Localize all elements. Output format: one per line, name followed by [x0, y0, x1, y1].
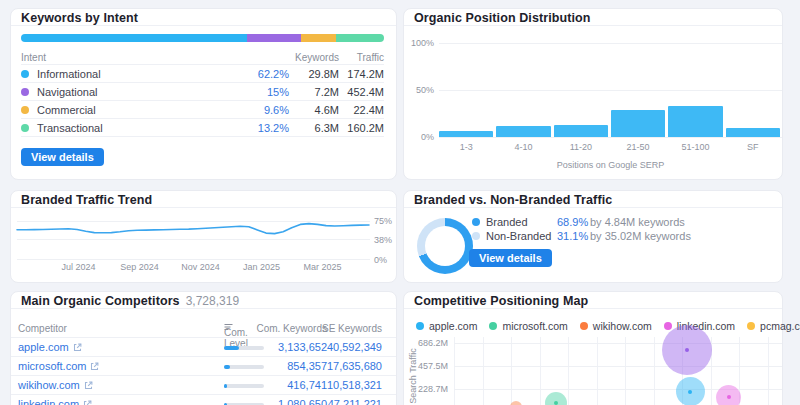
- intent-bar-segment: [301, 34, 336, 42]
- competitor-domain: wikihow.com: [18, 379, 80, 391]
- gridline: [511, 337, 512, 405]
- intent-color-dot: [21, 124, 29, 132]
- intent-row: Transactional13.2%6.3M160.2M: [21, 119, 384, 137]
- y-axis-tick-label: 0%: [408, 132, 434, 142]
- competitor-domain-link[interactable]: wikihow.com: [18, 379, 93, 391]
- common-keywords-link[interactable]: 3,133,652: [278, 341, 327, 353]
- intent-color-dot: [21, 88, 29, 96]
- panel-title: Keywords by Intent: [21, 11, 138, 25]
- competition-level-bar: [224, 365, 264, 369]
- position-bar[interactable]: [554, 125, 608, 136]
- branded-vs-nonbranded-panel: Branded vs. Non-Branded Traffic Branded6…: [403, 190, 783, 283]
- common-keywords-link[interactable]: 854,357: [287, 360, 327, 372]
- se-keywords-link[interactable]: 10,518,321: [327, 379, 382, 391]
- common-keywords-link[interactable]: 1,080,650: [278, 398, 327, 405]
- view-details-button[interactable]: View details: [469, 249, 552, 267]
- competition-level-bar: [224, 346, 264, 350]
- intent-bar-segment: [21, 34, 247, 42]
- legend-color-dot: [472, 232, 480, 240]
- intent-keywords-value: 4.6M: [289, 104, 339, 116]
- x-axis-tick-label: 11-20: [554, 142, 608, 152]
- external-link-icon: [90, 362, 99, 371]
- position-bar[interactable]: [611, 110, 665, 136]
- intent-row: Navigational15%7.2M452.4M: [21, 83, 384, 101]
- branded-donut-chart[interactable]: [417, 218, 473, 274]
- column-header-keywords: Keywords: [289, 52, 339, 63]
- y-axis-tick-label: 100%: [408, 38, 434, 48]
- intent-row: Informational62.2%29.8M174.2M: [21, 65, 384, 83]
- position-bar[interactable]: [726, 128, 780, 136]
- x-axis-tick-label: SF: [726, 142, 780, 152]
- branded-legend-row: Branded68.9%by 4.84M keywords: [472, 215, 685, 229]
- y-axis-tick-label: 457.5M: [406, 361, 448, 371]
- gridline: [568, 337, 569, 405]
- panel-title: Branded Traffic Trend: [21, 193, 152, 207]
- intent-label: Informational: [37, 68, 229, 80]
- se-keywords-link[interactable]: 17,635,680: [327, 360, 382, 372]
- position-distribution-chart: 100%50%0%1-34-1011-2021-5051-100SFPositi…: [404, 9, 782, 179]
- column-header-intent: Intent: [21, 52, 229, 63]
- gridline: [454, 343, 782, 344]
- intent-table-header: Intent Keywords Traffic: [21, 50, 384, 65]
- intent-percent-link[interactable]: 13.2%: [229, 122, 289, 134]
- competitors-total-count: 3,728,319: [186, 294, 239, 308]
- position-bar[interactable]: [439, 131, 493, 137]
- gridline: [625, 337, 626, 405]
- legend-label: Branded: [486, 216, 557, 228]
- competitor-bubble[interactable]: [510, 401, 522, 405]
- column-header-se-keywords: SE Keywords: [322, 323, 382, 334]
- bubble-center-marker: [727, 395, 731, 399]
- intent-bar-segment: [336, 34, 384, 42]
- analytics-dashboard: Keywords by Intent Intent Keywords Traff…: [0, 0, 800, 405]
- external-link-icon: [83, 400, 92, 405]
- competitor-domain: linkedin.com: [18, 398, 79, 405]
- positioning-map-chart: Organic Search Traffic 686.2M457.5M228.7…: [404, 292, 782, 405]
- bubble-center-marker: [685, 348, 689, 352]
- column-header-traffic: Traffic: [339, 52, 384, 63]
- position-bar[interactable]: [668, 106, 722, 137]
- intent-label: Transactional: [37, 122, 229, 134]
- competitor-domain-link[interactable]: microsoft.com: [18, 360, 99, 372]
- common-keywords-link[interactable]: 416,741: [287, 379, 327, 391]
- gridline: [439, 137, 782, 138]
- intent-color-dot: [21, 106, 29, 114]
- intent-percent-link[interactable]: 9.6%: [229, 104, 289, 116]
- legend-percent-link[interactable]: 31.1%: [557, 230, 590, 242]
- legend-label: Non-Branded: [486, 230, 557, 242]
- competitor-row: linkedin.com1,080,65047,211,221: [11, 395, 396, 405]
- y-axis-tick-label: 228.7M: [406, 384, 448, 394]
- trend-line-chart: [11, 208, 398, 278]
- legend-percent-link[interactable]: 68.9%: [557, 216, 590, 228]
- legend-note: by 4.84M keywords: [590, 216, 685, 228]
- intent-traffic-value: 174.2M: [339, 68, 384, 80]
- bubble-center-marker: [554, 401, 558, 405]
- competitor-domain-link[interactable]: linkedin.com: [18, 398, 92, 405]
- intent-percent-link[interactable]: 62.2%: [229, 68, 289, 80]
- view-details-button[interactable]: View details: [21, 148, 104, 166]
- intent-percent-link[interactable]: 15%: [229, 86, 289, 98]
- se-keywords-link[interactable]: 47,211,221: [328, 398, 382, 405]
- gridline: [454, 337, 455, 405]
- keywords-by-intent-panel: Keywords by Intent Intent Keywords Traff…: [10, 8, 397, 180]
- competitor-row: wikihow.com416,74110,518,321: [11, 376, 396, 395]
- x-axis-tick-label: 21-50: [611, 142, 665, 152]
- intent-label: Navigational: [37, 86, 229, 98]
- position-bar[interactable]: [496, 126, 550, 136]
- x-axis-tick-label: 51-100: [668, 142, 722, 152]
- competitors-table-body: apple.com3,133,65240,592,349microsoft.co…: [11, 338, 396, 405]
- intent-bar-segment: [247, 34, 301, 42]
- intent-keywords-value: 7.2M: [289, 86, 339, 98]
- trend-line[interactable]: [17, 224, 369, 234]
- gridline: [483, 337, 484, 405]
- panel-header: Branded Traffic Trend: [11, 191, 396, 208]
- gridline: [439, 90, 782, 91]
- competitor-domain-link[interactable]: apple.com: [18, 341, 82, 353]
- competitors-table-header: Competitor Com. Level Com. Keywords SE K…: [11, 319, 396, 338]
- panel-title: Branded vs. Non-Branded Traffic: [414, 193, 612, 207]
- external-link-icon: [84, 381, 93, 390]
- intent-traffic-value: 22.4M: [339, 104, 384, 116]
- panel-header: Branded vs. Non-Branded Traffic: [404, 191, 782, 208]
- competitor-domain: microsoft.com: [18, 360, 86, 372]
- column-header-com-level[interactable]: Com. Level: [224, 323, 233, 331]
- se-keywords-link[interactable]: 40,592,349: [327, 341, 382, 353]
